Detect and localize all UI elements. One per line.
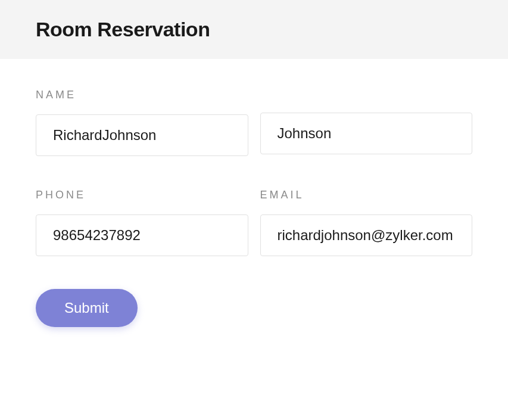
name-row: NAME bbox=[36, 89, 472, 156]
first-name-input[interactable] bbox=[36, 114, 248, 156]
label-spacer bbox=[260, 89, 473, 113]
email-group: EMAIL bbox=[260, 189, 473, 256]
email-input[interactable] bbox=[260, 214, 473, 256]
phone-group: PHONE bbox=[36, 189, 248, 256]
phone-label: PHONE bbox=[36, 189, 248, 201]
reservation-form: NAME PHONE EMAIL Submit bbox=[0, 59, 508, 357]
phone-input[interactable] bbox=[36, 214, 248, 256]
page-title: Room Reservation bbox=[36, 18, 472, 41]
email-label: EMAIL bbox=[260, 189, 473, 201]
first-name-group: NAME bbox=[36, 89, 248, 156]
name-label: NAME bbox=[36, 89, 248, 101]
last-name-group bbox=[260, 89, 473, 156]
contact-row: PHONE EMAIL bbox=[36, 189, 472, 256]
last-name-input[interactable] bbox=[260, 113, 473, 154]
submit-button[interactable]: Submit bbox=[36, 289, 138, 327]
page-header: Room Reservation bbox=[0, 0, 508, 59]
